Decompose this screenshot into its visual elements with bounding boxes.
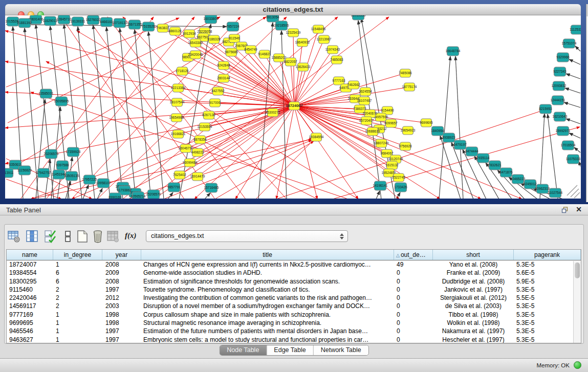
cited-node-19384554[interactable]: 19384554 <box>309 133 324 141</box>
cited-node-2718126[interactable]: 2718126 <box>176 67 189 75</box>
cell-outdeg[interactable]: 0 <box>394 286 433 294</box>
network-window-titlebar[interactable]: citations_edges.txt <box>5 4 581 15</box>
citing-node-15992971[interactable]: 15992971 <box>556 126 571 136</box>
cited-node-25300273[interactable]: 25300273 <box>266 108 280 117</box>
citation-edge-black[interactable] <box>569 133 580 138</box>
attribute-table[interactable]: namein_degreeyeartitle△out_de…shortpager… <box>6 249 581 343</box>
cell-short[interactable]: Wolkin et al. (1998) <box>433 319 514 327</box>
cited-node-7462662[interactable]: 7462662 <box>347 81 360 89</box>
cell-year[interactable]: 2012 <box>102 294 141 302</box>
table-body[interactable]: 1872400712008Changes of HCN gene express… <box>7 260 581 343</box>
cited-node-18640932[interactable]: 18640932 <box>295 38 310 47</box>
citation-edge-black[interactable] <box>566 74 580 79</box>
cited-node-9242848[interactable]: 9242848 <box>217 61 230 70</box>
cited-node-9756928[interactable]: 9756928 <box>399 142 412 150</box>
cell-year[interactable]: 1997 <box>102 286 141 294</box>
cell-title[interactable]: Estimation of the future numbers of pati… <box>141 327 394 335</box>
cell-pagerank[interactable]: 5.3E-5 <box>514 327 581 335</box>
table-row[interactable]: 946554611997Estimation of the future num… <box>7 327 581 335</box>
cell-title[interactable]: Corpus callosum shape and size in male p… <box>141 311 394 319</box>
cell-title[interactable]: Investigating the contribution of common… <box>141 294 394 302</box>
table-header-row[interactable]: namein_degreeyeartitle△out_de…shortpager… <box>7 250 581 260</box>
citing-node-17359928[interactable]: 17359928 <box>66 147 81 157</box>
tab-node-table[interactable]: Node Table <box>220 345 267 355</box>
cell-year[interactable]: 1998 <box>102 311 141 319</box>
table-row[interactable]: 969969511998Structural magnetic resonanc… <box>7 319 581 327</box>
citing-node-15095895[interactable]: 15095895 <box>54 97 69 106</box>
citation-edge-black[interactable] <box>135 30 151 199</box>
cited-node-7485086[interactable]: 7485086 <box>399 69 412 77</box>
cell-indeg[interactable]: 1 <box>53 260 102 269</box>
delete-table-icon[interactable] <box>91 230 104 243</box>
citing-node-16671355[interactable]: 16671355 <box>127 20 142 29</box>
cell-outdeg[interactable]: 0 <box>394 294 433 302</box>
cited-node-23420046[interactable]: 23420046 <box>188 51 203 59</box>
cited-node-10688639[interactable]: 10688639 <box>365 127 380 136</box>
citing-node-6479197[interactable]: 6479197 <box>453 140 467 149</box>
citing-node-13505135[interactable]: 13505135 <box>64 171 79 181</box>
cell-indeg[interactable]: 2 <box>53 302 102 310</box>
citing-node-3913911[interactable]: 3913911 <box>5 168 14 178</box>
column-header-name[interactable]: name <box>7 250 53 260</box>
cell-outdeg[interactable]: 0 <box>394 277 433 286</box>
column-header-in_degree[interactable]: in_degree <box>53 250 102 260</box>
cell-pagerank[interactable]: 5.3E-5 <box>514 260 581 269</box>
cell-year[interactable]: 1998 <box>102 319 141 327</box>
table-row[interactable]: 2242004622012Investigating the contribut… <box>7 294 581 302</box>
citation-edge-red[interactable] <box>294 106 522 199</box>
citation-edge-black[interactable] <box>397 192 400 199</box>
cited-node-11548498[interactable]: 11548498 <box>311 25 326 33</box>
citing-node-16210643[interactable]: 16210643 <box>553 112 568 121</box>
cited-node-2522745[interactable]: 2522745 <box>392 173 405 182</box>
cell-pagerank[interactable]: 5.3E-5 <box>514 286 581 294</box>
citing-node-12845710[interactable]: 12845710 <box>57 15 72 24</box>
cited-node-1615132[interactable]: 1615132 <box>385 161 399 169</box>
function-builder-icon[interactable]: f(x) <box>125 231 137 240</box>
column-header-short[interactable]: short <box>433 250 514 260</box>
citing-node-11629013[interactable]: 11629013 <box>43 16 58 26</box>
cited-node-7625402[interactable]: 7625402 <box>173 171 186 179</box>
citation-edge-red[interactable] <box>276 111 542 199</box>
cell-title[interactable]: Embryonic stem cells: a model to study s… <box>141 336 394 343</box>
citing-node-12444151[interactable]: 12444151 <box>551 96 565 105</box>
citing-node-9329966[interactable]: 9329966 <box>556 53 570 62</box>
cited-node-8878354[interactable]: 8878354 <box>193 136 207 144</box>
cell-indeg[interactable]: 2 <box>53 294 102 302</box>
column-header-pagerank[interactable]: pagerank <box>514 250 581 260</box>
citing-node-11027544[interactable]: 11027544 <box>548 188 563 198</box>
cell-pagerank[interactable]: 5.5E-5 <box>514 294 581 302</box>
citation-edge-black[interactable] <box>83 185 89 199</box>
cited-node-12213384[interactable]: 12213384 <box>171 84 186 92</box>
cell-pagerank[interactable]: 5.9E-5 <box>514 277 581 286</box>
cell-title[interactable]: Disruption of a novel member of a sodium… <box>141 302 394 310</box>
cell-title[interactable]: Changes of HCN gene expression and I(f) … <box>141 260 394 269</box>
citing-node-17957225[interactable]: 17957225 <box>82 175 97 184</box>
cell-indeg[interactable]: 1 <box>53 336 102 343</box>
cell-outdeg[interactable]: 0 <box>394 327 433 335</box>
rows-icon[interactable] <box>61 230 75 243</box>
cited-node-12153554[interactable]: 12153554 <box>198 123 212 131</box>
cell-short[interactable]: Yano et al. (2008) <box>433 260 514 269</box>
cell-title[interactable]: Estimation of significance thresholds fo… <box>141 277 394 286</box>
citation-edge-red[interactable] <box>294 50 333 106</box>
cell-year[interactable]: 2008 <box>102 277 141 286</box>
cited-node-19654923[interactable]: 19654923 <box>401 126 416 135</box>
cell-name[interactable]: 18300295 <box>7 277 53 286</box>
column-header-year[interactable]: year <box>102 250 141 260</box>
cited-node-16914479[interactable]: 16914479 <box>190 172 205 181</box>
citing-node-6466161[interactable]: 6466161 <box>100 17 113 27</box>
cell-outdeg[interactable]: 0 <box>394 319 433 327</box>
close-panel-icon[interactable]: ✕ <box>576 205 582 213</box>
table-row[interactable]: 1938455462009Genome-wide association stu… <box>7 269 581 277</box>
cited-node-8099657[interactable]: 8099657 <box>384 119 398 127</box>
citing-node-16939338[interactable]: 16939338 <box>351 15 366 20</box>
citing-node-16033809[interactable]: 16033809 <box>204 15 219 24</box>
cell-indeg[interactable]: 1 <box>53 311 102 319</box>
cell-pagerank[interactable]: 5.3E-5 <box>514 319 581 327</box>
tab-network-table[interactable]: Network Table <box>314 345 368 355</box>
table-settings-icon[interactable] <box>7 230 20 243</box>
cited-node-19166821[interactable]: 19166821 <box>171 130 186 138</box>
cited-node-16543382[interactable]: 16543382 <box>188 39 203 47</box>
citation-edge-black[interactable] <box>205 193 210 199</box>
cell-short[interactable]: Jankovic et al. (1997) <box>433 286 514 294</box>
